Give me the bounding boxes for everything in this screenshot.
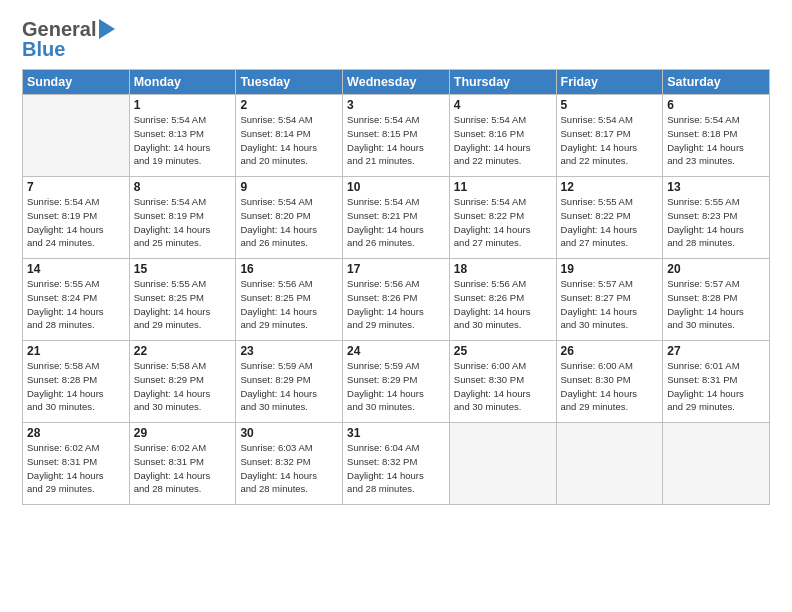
day-info: Sunrise: 6:03 AM Sunset: 8:32 PM Dayligh… (240, 441, 338, 496)
calendar-week-row: 1Sunrise: 5:54 AM Sunset: 8:13 PM Daylig… (23, 95, 770, 177)
table-row: 17Sunrise: 5:56 AM Sunset: 8:26 PM Dayli… (343, 259, 450, 341)
day-info: Sunrise: 5:56 AM Sunset: 8:26 PM Dayligh… (347, 277, 445, 332)
table-row: 1Sunrise: 5:54 AM Sunset: 8:13 PM Daylig… (129, 95, 236, 177)
day-info: Sunrise: 6:01 AM Sunset: 8:31 PM Dayligh… (667, 359, 765, 414)
table-row: 8Sunrise: 5:54 AM Sunset: 8:19 PM Daylig… (129, 177, 236, 259)
day-info: Sunrise: 5:59 AM Sunset: 8:29 PM Dayligh… (240, 359, 338, 414)
day-number: 20 (667, 262, 765, 276)
day-info: Sunrise: 5:54 AM Sunset: 8:18 PM Dayligh… (667, 113, 765, 168)
day-number: 21 (27, 344, 125, 358)
col-thursday: Thursday (449, 70, 556, 95)
table-row: 25Sunrise: 6:00 AM Sunset: 8:30 PM Dayli… (449, 341, 556, 423)
table-row: 14Sunrise: 5:55 AM Sunset: 8:24 PM Dayli… (23, 259, 130, 341)
col-sunday: Sunday (23, 70, 130, 95)
calendar-week-row: 21Sunrise: 5:58 AM Sunset: 8:28 PM Dayli… (23, 341, 770, 423)
day-number: 25 (454, 344, 552, 358)
table-row: 4Sunrise: 5:54 AM Sunset: 8:16 PM Daylig… (449, 95, 556, 177)
day-number: 31 (347, 426, 445, 440)
calendar-week-row: 28Sunrise: 6:02 AM Sunset: 8:31 PM Dayli… (23, 423, 770, 505)
logo: General Blue (22, 18, 116, 61)
day-info: Sunrise: 5:58 AM Sunset: 8:29 PM Dayligh… (134, 359, 232, 414)
calendar-week-row: 14Sunrise: 5:55 AM Sunset: 8:24 PM Dayli… (23, 259, 770, 341)
table-row: 7Sunrise: 5:54 AM Sunset: 8:19 PM Daylig… (23, 177, 130, 259)
day-number: 2 (240, 98, 338, 112)
day-info: Sunrise: 5:54 AM Sunset: 8:19 PM Dayligh… (27, 195, 125, 250)
table-row: 30Sunrise: 6:03 AM Sunset: 8:32 PM Dayli… (236, 423, 343, 505)
col-saturday: Saturday (663, 70, 770, 95)
header: General Blue (22, 18, 770, 61)
table-row: 10Sunrise: 5:54 AM Sunset: 8:21 PM Dayli… (343, 177, 450, 259)
calendar-table: Sunday Monday Tuesday Wednesday Thursday… (22, 69, 770, 505)
day-info: Sunrise: 5:55 AM Sunset: 8:23 PM Dayligh… (667, 195, 765, 250)
day-number: 24 (347, 344, 445, 358)
day-number: 15 (134, 262, 232, 276)
day-info: Sunrise: 6:04 AM Sunset: 8:32 PM Dayligh… (347, 441, 445, 496)
day-info: Sunrise: 5:55 AM Sunset: 8:22 PM Dayligh… (561, 195, 659, 250)
day-info: Sunrise: 5:54 AM Sunset: 8:15 PM Dayligh… (347, 113, 445, 168)
day-info: Sunrise: 6:02 AM Sunset: 8:31 PM Dayligh… (27, 441, 125, 496)
day-number: 11 (454, 180, 552, 194)
day-info: Sunrise: 6:02 AM Sunset: 8:31 PM Dayligh… (134, 441, 232, 496)
day-info: Sunrise: 5:57 AM Sunset: 8:28 PM Dayligh… (667, 277, 765, 332)
col-tuesday: Tuesday (236, 70, 343, 95)
col-monday: Monday (129, 70, 236, 95)
day-number: 27 (667, 344, 765, 358)
table-row: 16Sunrise: 5:56 AM Sunset: 8:25 PM Dayli… (236, 259, 343, 341)
day-info: Sunrise: 5:55 AM Sunset: 8:25 PM Dayligh… (134, 277, 232, 332)
logo-blue-text: Blue (22, 38, 116, 61)
day-number: 17 (347, 262, 445, 276)
table-row: 3Sunrise: 5:54 AM Sunset: 8:15 PM Daylig… (343, 95, 450, 177)
table-row: 6Sunrise: 5:54 AM Sunset: 8:18 PM Daylig… (663, 95, 770, 177)
day-info: Sunrise: 6:00 AM Sunset: 8:30 PM Dayligh… (454, 359, 552, 414)
day-info: Sunrise: 5:54 AM Sunset: 8:17 PM Dayligh… (561, 113, 659, 168)
table-row: 5Sunrise: 5:54 AM Sunset: 8:17 PM Daylig… (556, 95, 663, 177)
table-row: 22Sunrise: 5:58 AM Sunset: 8:29 PM Dayli… (129, 341, 236, 423)
day-number: 1 (134, 98, 232, 112)
day-number: 6 (667, 98, 765, 112)
table-row: 11Sunrise: 5:54 AM Sunset: 8:22 PM Dayli… (449, 177, 556, 259)
table-row: 24Sunrise: 5:59 AM Sunset: 8:29 PM Dayli… (343, 341, 450, 423)
table-row: 19Sunrise: 5:57 AM Sunset: 8:27 PM Dayli… (556, 259, 663, 341)
day-number: 14 (27, 262, 125, 276)
day-info: Sunrise: 5:54 AM Sunset: 8:19 PM Dayligh… (134, 195, 232, 250)
day-info: Sunrise: 5:59 AM Sunset: 8:29 PM Dayligh… (347, 359, 445, 414)
page: General Blue Sunday Monday Tuesday Wedne… (0, 0, 792, 612)
day-number: 13 (667, 180, 765, 194)
table-row (663, 423, 770, 505)
table-row: 12Sunrise: 5:55 AM Sunset: 8:22 PM Dayli… (556, 177, 663, 259)
table-row: 13Sunrise: 5:55 AM Sunset: 8:23 PM Dayli… (663, 177, 770, 259)
table-row: 28Sunrise: 6:02 AM Sunset: 8:31 PM Dayli… (23, 423, 130, 505)
day-number: 10 (347, 180, 445, 194)
day-number: 16 (240, 262, 338, 276)
day-info: Sunrise: 6:00 AM Sunset: 8:30 PM Dayligh… (561, 359, 659, 414)
day-number: 7 (27, 180, 125, 194)
day-number: 8 (134, 180, 232, 194)
table-row: 21Sunrise: 5:58 AM Sunset: 8:28 PM Dayli… (23, 341, 130, 423)
day-number: 29 (134, 426, 232, 440)
day-number: 3 (347, 98, 445, 112)
table-row: 31Sunrise: 6:04 AM Sunset: 8:32 PM Dayli… (343, 423, 450, 505)
table-row: 18Sunrise: 5:56 AM Sunset: 8:26 PM Dayli… (449, 259, 556, 341)
table-row: 27Sunrise: 6:01 AM Sunset: 8:31 PM Dayli… (663, 341, 770, 423)
table-row (23, 95, 130, 177)
col-friday: Friday (556, 70, 663, 95)
day-info: Sunrise: 5:54 AM Sunset: 8:16 PM Dayligh… (454, 113, 552, 168)
day-number: 23 (240, 344, 338, 358)
day-info: Sunrise: 5:54 AM Sunset: 8:21 PM Dayligh… (347, 195, 445, 250)
day-number: 19 (561, 262, 659, 276)
table-row: 15Sunrise: 5:55 AM Sunset: 8:25 PM Dayli… (129, 259, 236, 341)
day-info: Sunrise: 5:54 AM Sunset: 8:14 PM Dayligh… (240, 113, 338, 168)
day-number: 22 (134, 344, 232, 358)
day-info: Sunrise: 5:56 AM Sunset: 8:25 PM Dayligh… (240, 277, 338, 332)
logo-arrow-icon (99, 19, 115, 39)
table-row (556, 423, 663, 505)
table-row: 2Sunrise: 5:54 AM Sunset: 8:14 PM Daylig… (236, 95, 343, 177)
calendar-week-row: 7Sunrise: 5:54 AM Sunset: 8:19 PM Daylig… (23, 177, 770, 259)
day-number: 28 (27, 426, 125, 440)
day-number: 12 (561, 180, 659, 194)
day-number: 9 (240, 180, 338, 194)
table-row (449, 423, 556, 505)
table-row: 29Sunrise: 6:02 AM Sunset: 8:31 PM Dayli… (129, 423, 236, 505)
day-info: Sunrise: 5:55 AM Sunset: 8:24 PM Dayligh… (27, 277, 125, 332)
day-info: Sunrise: 5:54 AM Sunset: 8:13 PM Dayligh… (134, 113, 232, 168)
